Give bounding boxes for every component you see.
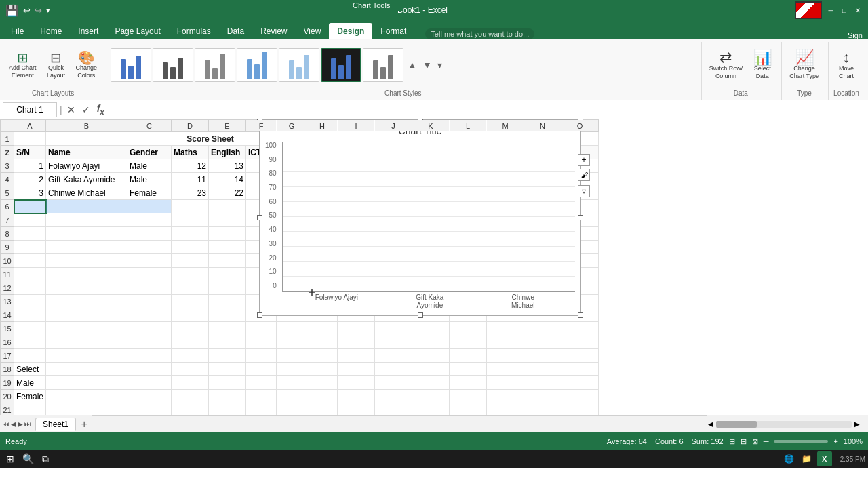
cell-d6[interactable] (172, 200, 209, 214)
sheet-nav-next[interactable]: ▶ (18, 420, 23, 428)
cell-a6[interactable] (14, 200, 46, 214)
zoom-out-btn[interactable]: ─ (764, 437, 769, 445)
chart-handle-bm[interactable] (418, 312, 423, 318)
sheet-nav-prev[interactable]: ◀ (11, 420, 16, 428)
chart-style-5[interactable] (279, 48, 319, 82)
zoom-slider[interactable] (774, 440, 828, 443)
cancel-formula-btn[interactable]: ✕ (65, 104, 77, 115)
h-scrollbar-thumb[interactable] (716, 421, 757, 428)
formula-input[interactable] (109, 102, 865, 117)
col-header-k[interactable]: K (412, 120, 450, 132)
cell-c5[interactable]: Female (127, 186, 172, 200)
cell-c7[interactable] (127, 214, 172, 227)
chart-styles-scroll-up[interactable]: ▲ (406, 58, 418, 72)
chart-style-2[interactable] (153, 48, 193, 82)
chart-style-4[interactable] (237, 48, 277, 82)
cell-b4[interactable]: Gift Kaka Ayomide (46, 173, 127, 186)
chart-add-element-btn[interactable]: + (578, 154, 590, 166)
chart-style-btn[interactable]: 🖌 (578, 169, 590, 181)
cell-b7[interactable] (46, 214, 127, 227)
cell-a9[interactable] (14, 241, 46, 254)
tab-file[interactable]: File (3, 23, 32, 39)
undo-btn[interactable]: ↩ (23, 5, 31, 16)
col-header-g[interactable]: G (277, 120, 307, 132)
cell-a20[interactable]: Female (14, 390, 46, 403)
cell-c9[interactable] (127, 241, 172, 254)
cell-a1[interactable] (14, 132, 46, 146)
cell-a7[interactable] (14, 214, 46, 227)
taskbar-excel[interactable]: X (817, 451, 832, 466)
switch-row-column-button[interactable]: ⇄ Switch Row/Column (706, 48, 747, 82)
tell-me-input[interactable]: Tell me what you want to do... (425, 28, 534, 39)
cell-e5[interactable]: 22 (209, 186, 246, 200)
cell-d2[interactable]: Maths (172, 146, 209, 159)
quick-layout-button[interactable]: ⊟ QuickLayout (43, 49, 70, 81)
tab-format[interactable]: Format (372, 23, 414, 39)
cell-b2[interactable]: Name (46, 146, 127, 159)
cell-e8[interactable] (209, 227, 246, 241)
cell-e9[interactable] (209, 241, 246, 254)
col-header-o[interactable]: O (561, 120, 599, 132)
col-header-n[interactable]: N (524, 120, 561, 132)
col-header-c[interactable]: C (127, 120, 172, 132)
tab-view[interactable]: View (296, 23, 330, 39)
cell-d3[interactable]: 12 (172, 159, 209, 173)
taskbar-ie[interactable]: 🌐 (782, 451, 797, 466)
cell-e6[interactable] (209, 200, 246, 214)
cell-c2[interactable]: Gender (127, 146, 172, 159)
col-header-a[interactable]: A (14, 120, 46, 132)
close-btn[interactable]: ✕ (853, 5, 863, 15)
change-chart-type-button[interactable]: 📈 ChangeChart Type (786, 48, 823, 82)
cell-c4[interactable]: Male (127, 173, 172, 186)
cell-d7[interactable] (172, 214, 209, 227)
chart-handle-ml[interactable] (257, 215, 262, 220)
col-header-m[interactable]: M (487, 120, 524, 132)
view-break-btn[interactable]: ⊠ (752, 437, 758, 446)
zoom-in-btn[interactable]: + (833, 437, 837, 445)
col-header-j[interactable]: J (375, 120, 412, 132)
cell-e2[interactable]: English (209, 146, 246, 159)
col-header-e[interactable]: E (209, 120, 246, 132)
redo-btn[interactable]: ↪ (35, 5, 42, 16)
chart-handle-mr[interactable] (578, 215, 583, 220)
tab-design[interactable]: Design (329, 23, 372, 39)
name-box[interactable] (3, 102, 57, 117)
chart-container[interactable]: Chart Title 100 90 80 70 60 50 40 30 20 … (259, 119, 581, 316)
confirm-formula-btn[interactable]: ✓ (80, 104, 92, 115)
cell-a8[interactable] (14, 227, 46, 241)
scroll-right-btn[interactable]: ▶ (854, 420, 860, 428)
chart-style-6[interactable] (321, 48, 361, 82)
maximize-btn[interactable]: □ (840, 5, 849, 15)
col-header-f[interactable]: F (246, 120, 277, 132)
cell-c8[interactable] (127, 227, 172, 241)
cell-b8[interactable] (46, 227, 127, 241)
chart-handle-bl[interactable] (257, 312, 262, 318)
tab-data[interactable]: Data (219, 23, 252, 39)
sheet-tab-add[interactable]: + (77, 418, 91, 431)
scroll-left-btn[interactable]: ◀ (708, 420, 713, 428)
view-normal-btn[interactable]: ⊞ (729, 437, 735, 446)
cell-d4[interactable]: 11 (172, 173, 209, 186)
change-colors-button[interactable]: 🎨 ChangeColors (73, 49, 101, 81)
cell-a5[interactable]: 3 (14, 186, 46, 200)
col-header-l[interactable]: L (450, 120, 487, 132)
taskbar-start[interactable]: ⊞ (3, 451, 18, 466)
chart-handle-br[interactable] (578, 312, 583, 318)
view-page-btn[interactable]: ⊟ (741, 437, 747, 446)
function-btn[interactable]: fx (95, 103, 106, 116)
cell-d9[interactable] (172, 241, 209, 254)
chart-style-7[interactable] (363, 48, 403, 82)
cell-b5[interactable]: Chinwe Michael (46, 186, 127, 200)
cell-a19[interactable]: Male (14, 376, 46, 390)
col-header-b[interactable]: B (46, 120, 127, 132)
cell-a4[interactable]: 2 (14, 173, 46, 186)
cell-b9[interactable] (46, 241, 127, 254)
cell-b6[interactable] (46, 200, 127, 214)
chart-style-1[interactable] (111, 48, 151, 82)
cell-c6[interactable] (127, 200, 172, 214)
cell-c3[interactable]: Male (127, 159, 172, 173)
chart-style-3[interactable] (195, 48, 235, 82)
cell-e7[interactable] (209, 214, 246, 227)
h-scrollbar[interactable] (716, 421, 852, 428)
select-data-button[interactable]: 📊 SelectData (749, 48, 776, 82)
